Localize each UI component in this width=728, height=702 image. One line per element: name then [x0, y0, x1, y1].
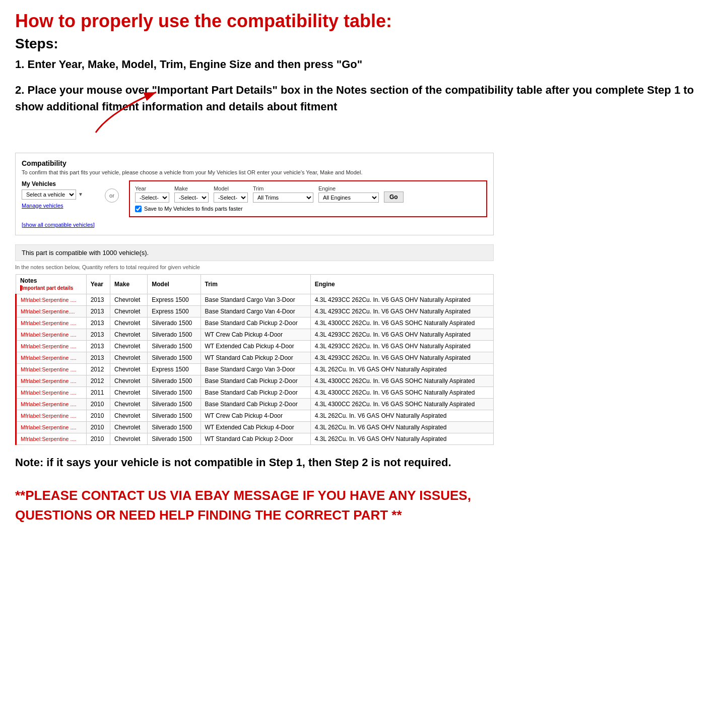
- trim-field: Trim All Trims: [253, 185, 313, 203]
- header-make: Make: [110, 274, 148, 294]
- cell-5: 4.3L 4300CC 262Cu. In. V6 GAS SOHC Natur…: [310, 398, 493, 410]
- table-row: Mfrlabel:Serpentine ....2013ChevroletSil…: [16, 329, 494, 340]
- cell-4: WT Extended Cab Pickup 4-Door: [201, 340, 310, 352]
- cell-4: Base Standard Cab Pickup 2-Door: [201, 317, 310, 329]
- year-select[interactable]: -Select-: [135, 193, 169, 203]
- cell-1: 2013: [86, 329, 110, 340]
- table-row: Mfrlabel:Serpentine ....2013ChevroletExp…: [16, 294, 494, 305]
- cell-2: Chevrolet: [110, 421, 148, 433]
- cell-4: Base Standard Cab Pickup 2-Door: [201, 398, 310, 410]
- cell-4: WT Crew Cab Pickup 4-Door: [201, 410, 310, 421]
- or-divider: or: [105, 188, 119, 203]
- header-trim: Trim: [201, 274, 310, 294]
- cell-5: 4.3L 262Cu. In. V6 GAS OHV Naturally Asp…: [310, 363, 493, 375]
- cell-2: Chevrolet: [110, 410, 148, 421]
- cell-2: Chevrolet: [110, 375, 148, 387]
- cell-5: 4.3L 4293CC 262Cu. In. V6 GAS OHV Natura…: [310, 294, 493, 305]
- cell-1: 2011: [86, 387, 110, 398]
- engine-label: Engine: [318, 185, 379, 192]
- cell-3: Silverado 1500: [148, 387, 201, 398]
- cell-5: 4.3L 262Cu. In. V6 GAS OHV Naturally Asp…: [310, 433, 493, 444]
- compat-notice: This part is compatible with 1000 vehicl…: [15, 244, 494, 261]
- cell-4: Base Standard Cab Pickup 2-Door: [201, 375, 310, 387]
- cell-2: Chevrolet: [110, 363, 148, 375]
- cell-1: 2012: [86, 363, 110, 375]
- save-label: Save to My Vehicles to finds parts faste…: [144, 206, 243, 212]
- notes-cell: Mfrlabel:Serpentine ....: [16, 363, 87, 375]
- cell-5: 4.3L 262Cu. In. V6 GAS OHV Naturally Asp…: [310, 421, 493, 433]
- make-select[interactable]: -Select-: [174, 193, 209, 203]
- cell-4: Base Standard Cargo Van 3-Door: [201, 363, 310, 375]
- cell-3: Silverado 1500: [148, 352, 201, 363]
- cell-1: 2010: [86, 398, 110, 410]
- notes-cell: Mfrlabel:Serpentine ....: [16, 340, 87, 352]
- cell-2: Chevrolet: [110, 433, 148, 444]
- vehicle-select[interactable]: Select a vehicle: [22, 189, 76, 200]
- table-row: Mfrlabel:Serpentine ....2012ChevroletSil…: [16, 375, 494, 387]
- manage-vehicles-link[interactable]: Manage vehicles: [22, 203, 95, 209]
- table-row: Mfrlabel:Serpentine ....2013ChevroletSil…: [16, 352, 494, 363]
- model-field: Model -Select-: [214, 185, 248, 203]
- model-label: Model: [214, 185, 248, 192]
- table-row: Mfrlabel:Serpentine ....2010ChevroletSil…: [16, 433, 494, 444]
- year-field: Year -Select-: [135, 185, 169, 203]
- cell-5: 4.3L 4293CC 262Cu. In. V6 GAS OHV Natura…: [310, 340, 493, 352]
- cell-2: Chevrolet: [110, 398, 148, 410]
- cell-2: Chevrolet: [110, 305, 148, 317]
- cell-4: Base Standard Cab Pickup 2-Door: [201, 387, 310, 398]
- engine-field: Engine All Engines: [318, 185, 379, 203]
- cell-4: WT Standard Cab Pickup 2-Door: [201, 352, 310, 363]
- cell-5: 4.3L 262Cu. In. V6 GAS OHV Naturally Asp…: [310, 410, 493, 421]
- cell-2: Chevrolet: [110, 329, 148, 340]
- cell-3: Silverado 1500: [148, 433, 201, 444]
- header-year: Year: [86, 274, 110, 294]
- notes-cell: Mfrlabel:Serpentine....: [16, 305, 87, 317]
- notes-cell: Mfrlabel:Serpentine ....: [16, 410, 87, 421]
- cell-4: Base Standard Cargo Van 4-Door: [201, 305, 310, 317]
- notes-cell: Mfrlabel:Serpentine ....: [16, 421, 87, 433]
- header-notes: Notes Important part details: [16, 274, 87, 294]
- show-all-vehicles-link[interactable]: [show all compatible vehicles]: [22, 222, 95, 228]
- my-vehicles-section: My Vehicles Select a vehicle ▼ Manage ve…: [22, 180, 95, 229]
- cell-2: Chevrolet: [110, 340, 148, 352]
- vehicle-select-arrow: ▼: [78, 192, 83, 197]
- cell-3: Express 1500: [148, 305, 201, 317]
- compat-title: Compatibility: [22, 159, 487, 167]
- notes-cell: Mfrlabel:Serpentine ....: [16, 387, 87, 398]
- trim-select[interactable]: All Trims: [253, 193, 313, 203]
- cell-5: 4.3L 4300CC 262Cu. In. V6 GAS SOHC Natur…: [310, 317, 493, 329]
- cell-1: 2013: [86, 340, 110, 352]
- cell-3: Express 1500: [148, 294, 201, 305]
- cell-4: WT Extended Cab Pickup 4-Door: [201, 421, 310, 433]
- cell-5: 4.3L 4293CC 262Cu. In. V6 GAS OHV Natura…: [310, 329, 493, 340]
- save-checkbox[interactable]: [135, 206, 142, 212]
- table-row: Mfrlabel:Serpentine....2013ChevroletExpr…: [16, 305, 494, 317]
- go-button[interactable]: Go: [384, 192, 404, 203]
- my-vehicles-label: My Vehicles: [22, 180, 95, 187]
- make-label: Make: [174, 185, 209, 192]
- table-row: Mfrlabel:Serpentine ....2010ChevroletSil…: [16, 398, 494, 410]
- steps-heading: Steps:: [15, 36, 713, 52]
- notes-cell: Mfrlabel:Serpentine ....: [16, 317, 87, 329]
- trim-label: Trim: [253, 185, 313, 192]
- cell-2: Chevrolet: [110, 317, 148, 329]
- note-section: Note: if it says your vehicle is not com…: [15, 455, 494, 471]
- cell-5: 4.3L 4293CC 262Cu. In. V6 GAS OHV Natura…: [310, 305, 493, 317]
- table-row: Mfrlabel:Serpentine ....2010ChevroletSil…: [16, 410, 494, 421]
- cell-3: Express 1500: [148, 363, 201, 375]
- cell-3: Silverado 1500: [148, 329, 201, 340]
- cell-5: 4.3L 4300CC 262Cu. In. V6 GAS SOHC Natur…: [310, 387, 493, 398]
- step-1-text: 1. Enter Year, Make, Model, Trim, Engine…: [15, 57, 713, 73]
- cell-4: WT Crew Cab Pickup 4-Door: [201, 329, 310, 340]
- notes-cell: Mfrlabel:Serpentine ....: [16, 329, 87, 340]
- notes-cell: Mfrlabel:Serpentine ....: [16, 433, 87, 444]
- cell-3: Silverado 1500: [148, 375, 201, 387]
- ymm-form: Year -Select- Make -Select- Model -Selec…: [129, 180, 487, 217]
- table-row: Mfrlabel:Serpentine ....2011ChevroletSil…: [16, 387, 494, 398]
- cell-5: 4.3L 4293CC 262Cu. In. V6 GAS OHV Natura…: [310, 352, 493, 363]
- cell-3: Silverado 1500: [148, 398, 201, 410]
- model-select[interactable]: -Select-: [214, 193, 248, 203]
- engine-select[interactable]: All Engines: [318, 193, 379, 203]
- compatibility-section: Compatibility To confirm that this part …: [15, 153, 494, 235]
- header-notes-sub: Important part details: [20, 285, 73, 291]
